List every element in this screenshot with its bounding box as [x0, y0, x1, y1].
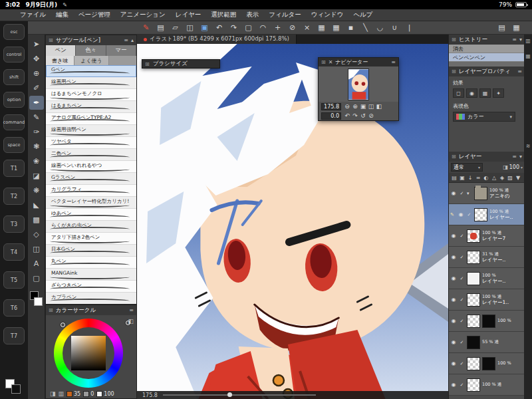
expression-color-dropdown[interactable]: カラー ▾: [453, 112, 515, 122]
layer-thumbnail[interactable]: [467, 293, 480, 307]
edge-key-space[interactable]: space: [3, 137, 25, 153]
brush-item[interactable]: ベクターレイヤー特化型カリカリ!: [46, 197, 136, 209]
subtool-tab-マー[interactable]: マー: [106, 45, 136, 56]
brush-item[interactable]: 線画用ペン: [46, 77, 136, 89]
menu-item-ファイル[interactable]: ファイル: [20, 11, 46, 19]
clip-studio-logo-icon[interactable]: ✎: [141, 22, 151, 34]
layer-row[interactable]: ◉✓100 % 通レイヤー7: [449, 225, 525, 247]
brush-item[interactable]: はるまちペンモノクロ: [46, 89, 136, 101]
edge-key-T5[interactable]: T5: [3, 271, 25, 289]
hue-marker[interactable]: [61, 323, 65, 327]
select-cross-icon[interactable]: +: [273, 22, 283, 34]
layer-visibility-icon[interactable]: ◉: [450, 254, 457, 260]
navigator-panel-tab-icon[interactable]: ▦: [525, 53, 531, 59]
panel-menu-icon[interactable]: ≡: [124, 37, 128, 43]
layer-row[interactable]: ◉✓100 %レイヤー..: [449, 268, 525, 289]
gradient-tool-icon[interactable]: ▩: [29, 213, 44, 227]
fit-to-screen-icon[interactable]: ▣: [359, 103, 367, 110]
redo-icon[interactable]: ↷: [229, 22, 239, 34]
brush-tool-icon[interactable]: ✑: [29, 125, 44, 139]
layer-thumbnail[interactable]: [474, 187, 487, 200]
new-folder-icon[interactable]: ▣: [459, 175, 466, 181]
layer-check-icon[interactable]: ✓: [459, 361, 465, 366]
layer-check-icon[interactable]: ✓: [459, 191, 465, 196]
edge-key-T1[interactable]: T1: [3, 160, 25, 177]
menu-item-編集[interactable]: 編集: [56, 11, 68, 19]
frame-tool-icon[interactable]: ◫: [29, 242, 44, 256]
menu-item-選択範囲[interactable]: 選択範囲: [211, 11, 236, 19]
navigator-thumbnail[interactable]: [348, 68, 369, 100]
layer-visibility-icon[interactable]: ◉: [450, 339, 457, 345]
layer-visibility-icon[interactable]: ◉: [450, 233, 457, 239]
layer-color-icon[interactable]: ▦: [479, 88, 491, 98]
rule-tool-icon[interactable]: |: [404, 22, 414, 34]
layer-row[interactable]: ◉✓100 % 通レイヤー1..: [449, 289, 525, 311]
menu-item-レイヤー[interactable]: レイヤー: [176, 11, 201, 19]
zoom-value[interactable]: 175.8: [321, 103, 341, 110]
brush-item[interactable]: MANGAink: [46, 269, 136, 281]
saturation-value-square[interactable]: [71, 336, 106, 370]
layer-visibility-icon[interactable]: ◉: [450, 382, 457, 388]
edge-key-command[interactable]: command: [3, 114, 25, 130]
panel-layout-icon[interactable]: ▤: [497, 22, 507, 34]
edge-key-control[interactable]: control: [3, 47, 25, 63]
undo-icon[interactable]: ↶: [214, 22, 224, 34]
layer-row[interactable]: ✎◉✓100 % 通レイヤー..: [449, 204, 525, 225]
layer-check-icon[interactable]: ✓: [459, 340, 465, 345]
brush-item[interactable]: カリグラフィ: [46, 185, 136, 197]
select-rect-icon[interactable]: ▢: [243, 22, 253, 34]
brush-item[interactable]: Gペン: [46, 65, 136, 77]
u-curve-tool-icon[interactable]: ∪: [390, 22, 400, 34]
blend-mode-dropdown[interactable]: 通常 ▾: [451, 163, 483, 172]
curve-tool-icon[interactable]: ◡: [375, 22, 385, 34]
brush-item[interactable]: ツヤベタ: [46, 137, 136, 149]
export-image-icon[interactable]: ▣: [200, 22, 209, 34]
tone-effect-icon[interactable]: ◉: [466, 88, 477, 98]
new-layer-icon[interactable]: ▤: [451, 175, 458, 181]
subtool-subtab-よく使う[interactable]: よく使う: [74, 56, 109, 65]
brush-item[interactable]: ゆあペン: [46, 209, 136, 221]
document-tab[interactable]: イラスト189* (B5 4299 x 6071px 600dpi 175.8%…: [137, 35, 297, 44]
mask-icon[interactable]: ◐: [483, 175, 489, 181]
layer-row[interactable]: ◉✓31 % 通レイヤー..: [449, 247, 525, 268]
menu-item-ページ管理[interactable]: ページ管理: [78, 11, 110, 19]
select-lasso-icon[interactable]: ◠: [258, 22, 268, 34]
eyedropper-tool-icon[interactable]: ✐: [29, 81, 44, 95]
transfer-layer-icon[interactable]: ↓: [467, 175, 473, 181]
line-tool-icon[interactable]: ╲: [360, 22, 370, 34]
menu-item-表示[interactable]: 表示: [246, 11, 259, 19]
edge-key-T6[interactable]: T6: [3, 299, 25, 317]
brush-item[interactable]: 線画用強弱ペン: [46, 125, 136, 137]
menu-item-アニメーション[interactable]: アニメーション: [120, 11, 166, 19]
edge-key-shift[interactable]: shift: [3, 69, 25, 85]
menu-item-ヘルプ[interactable]: ヘルプ: [353, 11, 372, 19]
layer-thumbnail[interactable]: [474, 208, 487, 221]
zoom-in-icon[interactable]: ⊕: [351, 103, 359, 110]
history-item[interactable]: ペンペンペン: [449, 53, 525, 62]
rotate-right-icon[interactable]: ↷: [351, 112, 359, 119]
folder-expand-icon[interactable]: ▾: [467, 191, 472, 196]
subtool-tab-ペン[interactable]: ペン: [46, 45, 76, 56]
decoration-tool-icon[interactable]: ❀: [29, 154, 44, 168]
eraser-tool-icon[interactable]: ◪: [29, 169, 44, 183]
extract-line-icon[interactable]: ✦: [493, 88, 504, 98]
layer-row[interactable]: ◉✓100 %: [449, 353, 525, 374]
zoom-slider[interactable]: [163, 394, 316, 396]
panel-menu-icon[interactable]: ≡: [517, 68, 522, 74]
layer-row[interactable]: ◉✓55 % 通: [449, 332, 525, 353]
layer-check-icon[interactable]: ✓: [459, 319, 465, 324]
selection-tool-icon[interactable]: ▢: [29, 271, 44, 285]
layer-check-icon[interactable]: ✓: [466, 212, 472, 217]
subtool-tab-色々[interactable]: 色々: [76, 45, 106, 56]
open-file-icon[interactable]: ▱: [170, 22, 180, 34]
workspace-icon[interactable]: ▦: [511, 22, 521, 34]
layer-row[interactable]: ◉✓100 % 通: [449, 374, 525, 396]
layer-check-icon[interactable]: ✓: [459, 276, 465, 281]
panel-menu-icon[interactable]: ≡: [512, 37, 517, 43]
brush-item[interactable]: アタリ下描き2色ペン: [46, 233, 136, 245]
move-tool-icon[interactable]: ✥: [29, 52, 44, 66]
color-slider-mode-icon[interactable]: ▥: [59, 390, 65, 397]
layer-thumbnail[interactable]: [467, 336, 480, 349]
layer-visibility-icon[interactable]: ◉: [458, 211, 464, 217]
layer-visibility-icon[interactable]: ◉: [450, 360, 457, 366]
